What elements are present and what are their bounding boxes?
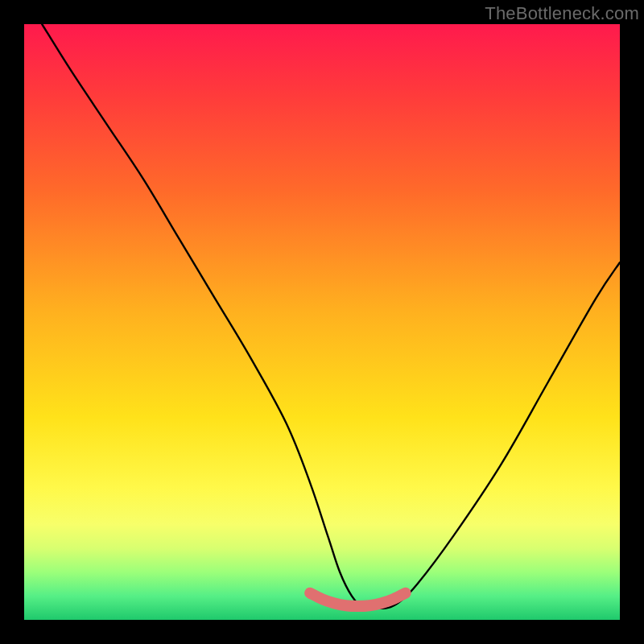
chart-svg <box>24 24 620 620</box>
bottleneck-curve-path <box>42 24 620 609</box>
chart-frame: TheBottleneck.com <box>0 0 644 644</box>
optimal-band-path <box>310 593 405 606</box>
watermark-text: TheBottleneck.com <box>485 3 639 24</box>
plot-area <box>24 24 620 620</box>
